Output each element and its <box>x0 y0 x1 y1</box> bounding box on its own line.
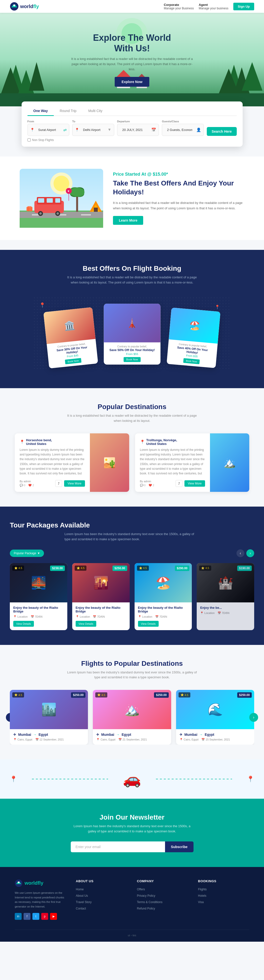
destination-card-1: 📍 Horseshoe bend,United States Lorem Ips… <box>15 433 129 492</box>
offer-card-3-image: 🏖️ <box>169 308 221 344</box>
flight-3-image: 🌊 ⭐ 4.5 $250.00 <box>176 690 254 729</box>
destination-1-stats: 💬 0 ❤️ 2 <box>20 484 34 487</box>
destination-2-stats: 💬 0 ❤️ 2 <box>140 484 154 487</box>
svg-text:♥: ♥ <box>68 189 69 193</box>
social-linkedin[interactable]: in <box>15 913 22 920</box>
to-input[interactable] <box>81 126 106 134</box>
tab-one-way[interactable]: One Way <box>27 107 54 116</box>
flight-1-price: $250.00 <box>71 692 86 698</box>
share-button-2[interactable]: ⤴ <box>176 480 183 487</box>
social-facebook[interactable]: f <box>24 913 30 920</box>
footer-about-links: Home About Us Travel Story Contact <box>76 887 127 910</box>
learn-more-button[interactable]: Learn More <box>113 216 143 225</box>
offer-card-3[interactable]: 🏖️ Contrary to popular belief, Save 40% … <box>167 308 220 368</box>
footer-about-heading: ABOUT US <box>76 879 127 883</box>
nav-agent[interactable]: Agent Manage your business <box>199 3 228 10</box>
package-4-image: 🏰 ⭐ 4.5 $190.00 <box>197 563 254 602</box>
non-stop-checkbox[interactable] <box>27 138 31 142</box>
calendar-flight-3: 📅 15 September, 2021 <box>201 738 230 741</box>
destination-card-2-location: 📍 Trolltunga, Norvège,United States <box>140 438 205 445</box>
subscribe-button[interactable]: Subscribe <box>165 842 194 852</box>
package-card-1: 🌉 ⭐ 4.5 $238.00 Enjoy the beauty of the … <box>10 563 67 630</box>
view-details-button-3[interactable]: View Details <box>138 621 159 627</box>
map-pin-deco-right: 📍 <box>247 776 254 783</box>
footer-link-flights[interactable]: Flights <box>198 887 249 891</box>
footer-about-col: ABOUT US Home About Us Travel Story Cont… <box>76 879 127 920</box>
view-details-button-2[interactable]: View Details <box>76 621 96 627</box>
view-details-button-1[interactable]: View Details <box>13 621 34 627</box>
arrow-icon-3: → <box>199 733 203 737</box>
offer-card-2-title: Save 50% Off On Your Holiday! <box>107 348 157 352</box>
social-youtube[interactable]: ▶ <box>50 913 57 920</box>
location-pin-icon: 📍 <box>20 439 25 444</box>
offer-card-1-btn[interactable]: Book Now <box>65 358 81 364</box>
flights-grid: 🏙️ ⭐ 4.5 $250.00 ✈ Mumbai → Egypt 📍 Cair… <box>10 690 254 745</box>
tour-next-button[interactable]: › <box>247 549 254 557</box>
destination-1-name: Horseshoe bend,United States <box>26 438 52 445</box>
search-box: One Way Round Trip Multi City From 📍 ⇄ T… <box>22 102 243 147</box>
guests-field: Guests/Class 👤 <box>162 120 204 136</box>
svg-point-38 <box>70 188 84 197</box>
nav-corporate[interactable]: Corporate Manage your Business <box>164 3 194 10</box>
chevron-down-icon: ▼ <box>108 127 111 132</box>
social-twitter[interactable]: t <box>32 913 39 920</box>
offer-card-3-btn[interactable]: Book Now <box>183 358 200 364</box>
location-icon-pkg2: 📍 Location <box>76 615 90 618</box>
footer-logo: worldfly <box>15 879 66 887</box>
departure-input-wrapper: 📅 <box>117 124 159 136</box>
departure-input[interactable] <box>120 126 150 134</box>
footer-link-home[interactable]: Home <box>76 887 127 891</box>
flights-next-button[interactable]: › <box>249 713 258 722</box>
footer-link-refund[interactable]: Refund Policy <box>137 906 188 910</box>
popular-package-filter[interactable]: Popular Package ▼ <box>10 550 44 557</box>
from-label: From <box>27 120 70 123</box>
tab-multi-city[interactable]: Multi City <box>82 107 108 116</box>
footer-link-visa[interactable]: Visa <box>198 900 249 904</box>
arrow-icon-1: → <box>33 733 37 737</box>
footer-link-contact[interactable]: Contact <box>76 906 127 910</box>
offer-card-1[interactable]: 🏛️ Contrary to popular belief, Save 30% … <box>43 307 98 369</box>
view-more-button-1[interactable]: View More <box>64 480 85 487</box>
footer-link-terms[interactable]: Terms & Conditions <box>137 900 188 904</box>
search-button[interactable]: Search Here <box>207 127 237 136</box>
calendar-flight-2: 📅 21 September, 2021 <box>118 738 147 741</box>
swap-icon[interactable]: ⇄ <box>64 127 67 132</box>
package-4-title: Enjoy the be... <box>200 606 251 609</box>
footer-link-offers[interactable]: Offers <box>137 887 188 891</box>
offer-card-2-btn[interactable]: Book Now <box>124 357 140 362</box>
flights-popular-section: Flights to Popular Destinations Lorem Ip… <box>0 645 264 760</box>
calendar-icon: 📅 <box>151 127 156 132</box>
offer-card-2-body: Contrary to popular belief, Save 50% Off… <box>103 342 161 364</box>
social-pinterest[interactable]: p <box>41 913 48 920</box>
explore-button[interactable]: Explore Now <box>115 77 149 87</box>
location-icon: 📍 <box>30 128 34 132</box>
package-1-body: Enjoy the beauty of the Rialto Bridge 📍 … <box>10 602 67 630</box>
from-input[interactable] <box>36 126 62 134</box>
offer-card-2[interactable]: 🗼 Contrary to popular belief, Save 50% O… <box>103 304 161 364</box>
package-2-image: 🌇 ⭐ 4.5 $250.00 <box>72 563 130 602</box>
newsletter-email-input[interactable] <box>71 842 165 852</box>
tab-round-trip[interactable]: Round Trip <box>54 107 82 116</box>
newsletter-subtitle: Lorem Ipsum has been the industry's stan… <box>71 824 194 834</box>
offer-illustration: ♥ <box>20 169 103 228</box>
svg-rect-47 <box>28 207 29 211</box>
footer-link-travel-story[interactable]: Travel Story <box>76 900 127 904</box>
offer-svg: ♥ <box>20 169 103 228</box>
location-pin-icon-2: 📍 <box>140 439 145 444</box>
logo[interactable]: worldfly <box>10 2 39 11</box>
packages-grid: 🌉 ⭐ 4.5 $238.00 Enjoy the beauty of the … <box>10 563 254 630</box>
footer-link-hotels[interactable]: Hotels <box>198 893 249 898</box>
guests-input[interactable] <box>165 126 195 134</box>
signup-button[interactable]: Sign Up <box>233 3 254 10</box>
destination-2-meta: By admin 💬 0 ❤️ 2 <box>140 480 154 487</box>
package-4-price: $190.00 <box>237 566 252 571</box>
flights-grid-wrapper: ‹ 🏙️ ⭐ 4.5 $250.00 ✈ Mumbai → Egypt <box>10 690 254 745</box>
package-1-rating: ⭐ 4.5 <box>12 566 24 571</box>
footer-link-privacy[interactable]: Privacy Policy <box>137 893 188 898</box>
view-more-button-2[interactable]: View More <box>184 480 205 487</box>
best-offers-section: Best Offers On Flight Booking It is a lo… <box>0 250 264 388</box>
footer-link-about[interactable]: About Us <box>76 893 127 898</box>
tour-prev-button[interactable]: ‹ <box>237 549 244 557</box>
share-button-1[interactable]: ⤴ <box>55 480 62 487</box>
location-pin-flight-3: 📍 Cairo, Egypt <box>180 738 199 741</box>
